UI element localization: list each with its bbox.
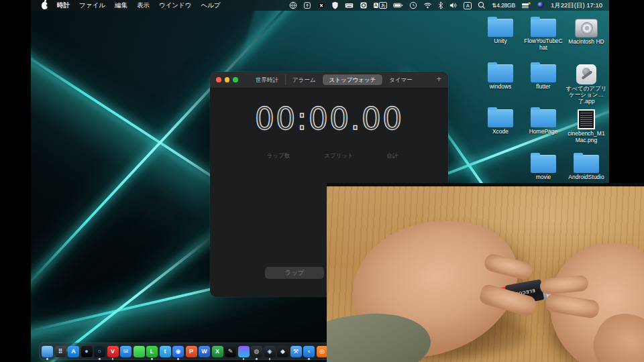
wifi-icon[interactable] bbox=[423, 2, 432, 9]
traffic-lights bbox=[210, 77, 238, 82]
icon-label: Macintosh HD bbox=[568, 39, 604, 46]
menu-4[interactable]: 表示 bbox=[137, 1, 150, 10]
menu-bar-clock[interactable]: 1月22日(日) 17:10 bbox=[551, 1, 602, 9]
drive-icon bbox=[575, 19, 598, 38]
tab-タイマー[interactable]: タイマー bbox=[382, 74, 419, 85]
folder-icon bbox=[574, 155, 599, 173]
desktop-icon-xcode[interactable]: Xcode bbox=[479, 107, 522, 152]
app-icon bbox=[576, 64, 596, 84]
dock-app-store[interactable]: A bbox=[68, 346, 79, 357]
shield-icon[interactable] bbox=[331, 1, 339, 9]
zoom-button[interactable] bbox=[233, 77, 238, 82]
dock-finder[interactable] bbox=[42, 346, 53, 357]
icon-label: Unity bbox=[494, 38, 506, 45]
x-app-icon[interactable] bbox=[317, 1, 325, 9]
battery-icon[interactable] bbox=[393, 1, 403, 9]
menu-bar-status-tray: AあA⇅4.28GB1月22日(日) 17:10 bbox=[289, 1, 610, 9]
dock-excel[interactable]: X bbox=[212, 346, 223, 357]
bluetooth-icon[interactable] bbox=[438, 1, 443, 9]
dock: ⠿A●○V✉Lt◉PWX✎◍◈◆⚒‹◎ bbox=[39, 343, 360, 360]
folder-icon bbox=[488, 19, 513, 37]
menu-2[interactable]: ファイル bbox=[79, 1, 105, 10]
layers-notification-icon[interactable] bbox=[521, 1, 531, 9]
dock-blender[interactable]: ◎ bbox=[317, 346, 328, 357]
lap-button[interactable]: ラップ bbox=[265, 267, 324, 279]
window-titlebar: 世界時計アラームストップウォッチタイマー + bbox=[210, 72, 448, 88]
desktop-icon-flutter[interactable]: flutter bbox=[522, 62, 565, 107]
lap-column-headers: ラップ数スプリット合計 bbox=[210, 152, 448, 160]
clock-menu-icon[interactable] bbox=[409, 1, 417, 9]
browser-orb-icon[interactable] bbox=[537, 1, 545, 9]
dock-sphere-3d-app[interactable]: ◍ bbox=[251, 346, 262, 357]
folder-icon bbox=[531, 64, 556, 82]
image-icon bbox=[578, 109, 595, 129]
icon-label: HomePage bbox=[529, 129, 558, 135]
desktop-icon--app[interactable]: すべてのアプリケーション…了.app bbox=[565, 62, 608, 107]
clock-tab-bar: 世界時計アラームストップウォッチタイマー bbox=[249, 74, 419, 86]
menu-3[interactable]: 編集 bbox=[115, 1, 127, 10]
icon-label: flutter bbox=[536, 84, 550, 90]
add-tab-button[interactable]: + bbox=[436, 74, 441, 84]
search-icon[interactable] bbox=[478, 1, 486, 9]
dock-stylus-app[interactable]: ✎ bbox=[225, 346, 236, 357]
dock-zoom[interactable]: ◉ bbox=[172, 346, 184, 357]
icon-label: movie bbox=[536, 174, 551, 181]
stopwatch-time: 00:00.00 bbox=[210, 101, 448, 137]
dock-firefox-browser[interactable]: ○ bbox=[94, 346, 105, 357]
dock-canva[interactable] bbox=[238, 346, 250, 357]
desktop-icon-macintosh-hd[interactable]: Macintosh HD bbox=[565, 16, 608, 62]
dock-unity[interactable]: ◆ bbox=[277, 346, 288, 357]
dock-siri[interactable]: ● bbox=[81, 346, 93, 357]
dock-vscode[interactable]: ‹ bbox=[303, 346, 315, 357]
tab-世界時計[interactable]: 世界時計 bbox=[249, 74, 285, 85]
folder-icon bbox=[531, 109, 556, 127]
icon-label: cinebench_M1Mac.png bbox=[566, 131, 607, 143]
column-header-1: ラップ数 bbox=[267, 152, 290, 160]
dock-xcode[interactable]: ⚒ bbox=[290, 346, 302, 357]
keyboard-icon[interactable] bbox=[345, 1, 354, 9]
desktop-icon-homepage[interactable]: HomePage bbox=[522, 107, 565, 152]
dock-word[interactable]: W bbox=[199, 346, 210, 357]
dock-launchpad[interactable]: ⠿ bbox=[55, 346, 66, 357]
menu-bar-left: 時計ファイル編集表示ウインドウヘルプ bbox=[31, 1, 221, 10]
icon-label: AndroidStudio bbox=[568, 174, 604, 181]
folder-icon bbox=[531, 19, 556, 37]
translate-icon[interactable]: Aあ bbox=[374, 2, 388, 9]
video-top-border bbox=[327, 183, 644, 186]
column-header-2: スプリット bbox=[324, 152, 354, 160]
icon-label: windows bbox=[490, 84, 512, 90]
dock-messages[interactable] bbox=[133, 346, 145, 357]
tab-ストップウォッチ[interactable]: ストップウォッチ bbox=[323, 74, 383, 85]
icon-label: Xcode bbox=[492, 129, 508, 135]
desktop-icon-cinebench-m1mac-png[interactable]: cinebench_M1Mac.png bbox=[565, 107, 608, 152]
globe-icon[interactable] bbox=[289, 1, 297, 9]
tab-アラーム[interactable]: アラーム bbox=[285, 74, 323, 85]
desktop-icon-flowyoutubechat[interactable]: FlowYouTubeChat bbox=[522, 16, 565, 62]
icon-label: FlowYouTubeChat bbox=[523, 38, 564, 51]
folder-icon bbox=[488, 109, 513, 127]
desktop-icon-windows[interactable]: windows bbox=[479, 62, 522, 107]
volume-icon[interactable] bbox=[449, 2, 458, 9]
menu-bar: 時計ファイル編集表示ウインドウヘルプ AあA⇅4.28GB1月22日(日) 17… bbox=[31, 0, 609, 11]
screen-loop-icon[interactable] bbox=[360, 1, 368, 9]
close-button[interactable] bbox=[216, 77, 221, 82]
folder-icon bbox=[488, 64, 513, 82]
dock-mail[interactable]: ✉ bbox=[120, 346, 131, 357]
dock-line[interactable]: L bbox=[146, 346, 158, 357]
menu-6[interactable]: ヘルプ bbox=[201, 1, 221, 10]
menu-1[interactable]: 時計 bbox=[57, 1, 70, 10]
icon-label: すべてのアプリケーション…了.app bbox=[566, 86, 607, 105]
dock-unity-hub[interactable]: ◈ bbox=[264, 346, 276, 357]
dock-powerpoint[interactable]: P bbox=[186, 346, 197, 357]
minimize-button[interactable] bbox=[225, 77, 230, 82]
dock-twitter[interactable]: t bbox=[160, 346, 171, 357]
menu-5[interactable]: ウインドウ bbox=[159, 1, 192, 10]
upload-square-icon[interactable] bbox=[303, 1, 311, 9]
desktop-icon-unity[interactable]: Unity bbox=[479, 16, 522, 62]
apple-menu-icon[interactable] bbox=[42, 2, 48, 9]
folder-icon bbox=[531, 155, 556, 173]
input-source-indicator[interactable]: A bbox=[464, 2, 472, 9]
dock-vivaldi-browser[interactable]: V bbox=[107, 346, 119, 357]
network-throughput[interactable]: ⇅4.28GB bbox=[492, 1, 515, 9]
video-overlay: ELECOM bbox=[327, 183, 644, 362]
